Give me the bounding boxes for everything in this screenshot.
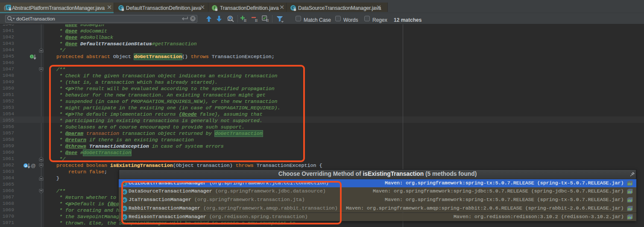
svg-text:II: II	[266, 18, 269, 23]
svg-text:II: II	[255, 18, 258, 23]
svg-text:ALL: ALL	[227, 19, 232, 21]
svg-text:II: II	[244, 18, 246, 23]
